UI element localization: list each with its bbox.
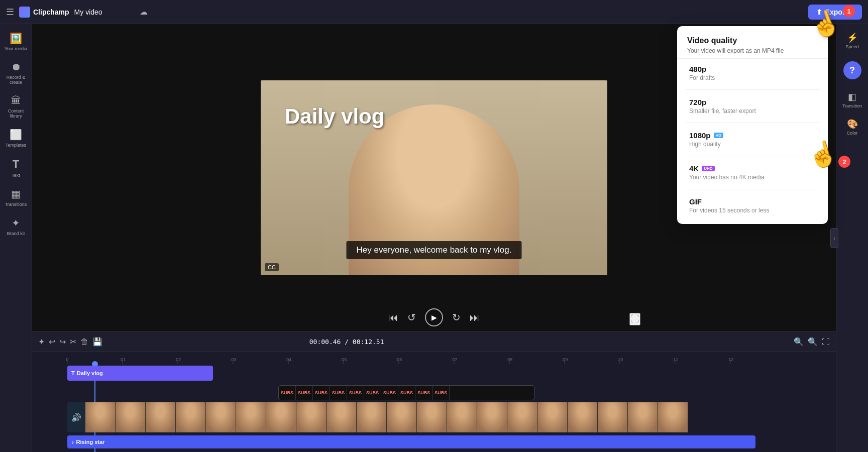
timeline-tracks: T Daily vlog SUBS SUBS SUBS SUBS SUBS SU… — [32, 364, 761, 452]
quality-1080p-text: 1080p — [689, 131, 711, 140]
sidebar-label-transitions: Transitions — [5, 202, 27, 207]
quality-divider-4 — [685, 189, 820, 189]
filmstrip-frame — [568, 402, 598, 432]
transition-label: Transition — [842, 103, 862, 108]
quality-desc-1080p: High quality — [689, 141, 816, 148]
collapse-panel-button[interactable]: ‹ — [830, 228, 838, 248]
right-panel-color[interactable]: 🎨 Color — [838, 115, 866, 140]
sidebar-item-content-library[interactable]: 🏛 Content library — [2, 91, 31, 123]
filmstrip-frame — [507, 402, 537, 432]
video-title-overlay: Daily vlog — [285, 104, 384, 129]
redo-button[interactable]: ↪ — [59, 337, 66, 347]
track-row-title: T Daily vlog — [32, 364, 761, 382]
subs-block: SUBS — [279, 386, 296, 400]
subs-clip[interactable]: SUBS SUBS SUBS SUBS SUBS SUBS SUBS SUBS … — [278, 385, 534, 400]
step-badge-2: 2 — [838, 156, 850, 168]
total-time: 00:12.51 — [353, 338, 384, 346]
your-media-icon: 🖼️ — [10, 32, 22, 44]
quality-desc-4k: Your video has no 4K media — [689, 174, 816, 181]
skip-button[interactable]: ⏭ — [470, 312, 480, 323]
quality-dropdown: Video quality Your video will export as … — [677, 26, 828, 224]
video-title-input[interactable] — [74, 8, 135, 16]
right-panel-speed[interactable]: ⚡ Speed — [838, 28, 866, 53]
sidebar-item-brand-kit[interactable]: ✦ Brand kit — [2, 213, 31, 240]
transition-icon: ◧ — [848, 91, 856, 102]
logo-icon — [19, 7, 30, 18]
play-button[interactable]: ▶ — [425, 308, 443, 326]
quality-4k-text: 4K — [689, 164, 699, 173]
quality-option-720p[interactable]: 720p Smaller file, faster export — [679, 92, 826, 121]
uhd-badge: UHD — [702, 166, 714, 171]
track-row-video: 🔊 — [32, 401, 761, 433]
quality-label-720p: 720p — [689, 98, 816, 106]
sidebar-item-text[interactable]: T Text — [2, 154, 31, 182]
filmstrip-frame — [417, 402, 447, 432]
quality-option-480p[interactable]: 480p For drafts — [679, 59, 826, 87]
brand-kit-icon: ✦ — [12, 217, 20, 229]
subs-block: SUBS — [330, 386, 347, 400]
track-row-subtitle: SUBS SUBS SUBS SUBS SUBS SUBS SUBS SUBS … — [32, 383, 761, 400]
fit-timeline-button[interactable]: ⛶ — [822, 337, 830, 347]
hamburger-menu-icon[interactable]: ☰ — [6, 7, 14, 18]
delete-tool[interactable]: 🗑 — [80, 337, 88, 347]
right-panel-transition-label[interactable]: ◧ Transition — [838, 87, 866, 112]
audio-icon: ♪ — [71, 439, 74, 445]
zoom-in-button[interactable]: 🔍 — [808, 337, 818, 347]
text-icon: T — [13, 158, 19, 171]
title-clip-label: Daily vlog — [77, 370, 103, 376]
quality-dropdown-header: Video quality Your video will export as … — [677, 36, 828, 59]
subs-block: SUBS — [296, 386, 313, 400]
rewind-button[interactable]: ⏮ — [388, 312, 398, 323]
sidebar-item-record-create[interactable]: ⏺ Record & create — [2, 57, 31, 89]
quality-option-1080p[interactable]: 1080p HD High quality — [679, 125, 826, 154]
quality-option-gif[interactable]: GIF For videos 15 seconds or less — [679, 191, 826, 220]
back5-button[interactable]: ↺ — [407, 311, 416, 323]
subs-block: SUBS — [381, 386, 398, 400]
cut-tool[interactable]: ✂ — [70, 337, 76, 347]
timeline-content[interactable]: 0 :01 :02 :03 :04 :05 :06 :07 :0 — [32, 352, 836, 452]
hd-badge: HD — [714, 133, 724, 138]
sidebar-label-brand-kit: Brand kit — [7, 231, 25, 236]
filmstrip-frame — [146, 402, 176, 432]
cloud-save-icon: ☁ — [140, 7, 148, 17]
filmstrip-frame — [176, 402, 206, 432]
filmstrip-frame — [266, 402, 296, 432]
cc-badge: CC — [265, 263, 279, 271]
forward5-button[interactable]: ↻ — [452, 311, 461, 323]
filmstrip-frame — [206, 402, 236, 432]
right-panel: ‹ ⚡ Speed ? ◧ Transition 🎨 Color — [836, 24, 868, 452]
right-panel-transition[interactable]: ? — [838, 55, 866, 85]
volume-icon: 🔊 — [67, 402, 85, 432]
help-button[interactable]: ? — [843, 61, 861, 79]
templates-icon: ⬜ — [10, 129, 22, 141]
zoom-out-button[interactable]: 🔍 — [794, 337, 804, 347]
sidebar-item-transitions[interactable]: ▦ Transitions — [2, 184, 31, 211]
sidebar-label-record-create: Record & create — [4, 75, 29, 85]
timecode-separator: / — [345, 338, 353, 346]
sidebar-item-templates[interactable]: ⬜ Templates — [2, 125, 31, 152]
app-logo: Clipchamp — [19, 7, 69, 18]
audio-clip[interactable]: ♪ Rising star — [67, 435, 755, 448]
sidebar-item-your-media[interactable]: 🖼️ Your media — [2, 28, 31, 55]
video-filmstrip[interactable]: 🔊 — [67, 402, 755, 432]
filmstrip-frame — [327, 402, 357, 432]
sidebar-label-your-media: Your media — [5, 46, 27, 51]
filmstrip-frame — [477, 402, 507, 432]
fullscreen-button[interactable]: ⛶ — [629, 313, 640, 325]
filmstrip-frame — [296, 402, 327, 432]
quality-desc-gif: For videos 15 seconds or less — [689, 207, 816, 214]
speed-icon: ⚡ — [847, 32, 858, 43]
topbar-left: ☰ Clipchamp ☁ — [6, 7, 148, 18]
select-tool[interactable]: ✦ — [38, 337, 45, 347]
subs-block: SUBS — [364, 386, 381, 400]
sidebar: 🖼️ Your media ⏺ Record & create 🏛 Conten… — [0, 24, 32, 452]
timeline-area: ✦ ↩ ↪ ✂ 🗑 💾 00:00.46 / 00:12.51 🔍 🔍 ⛶ — [32, 331, 836, 452]
quality-label-gif: GIF — [689, 197, 816, 206]
undo-button[interactable]: ↩ — [49, 337, 55, 347]
quality-desc-720p: Smaller file, faster export — [689, 107, 816, 115]
filmstrip-frame — [116, 402, 146, 432]
filmstrip-frame — [628, 402, 658, 432]
save-tool[interactable]: 💾 — [92, 337, 102, 347]
title-clip[interactable]: T Daily vlog — [67, 366, 213, 381]
quality-option-4k[interactable]: 4K UHD Your video has no 4K media — [679, 158, 826, 187]
